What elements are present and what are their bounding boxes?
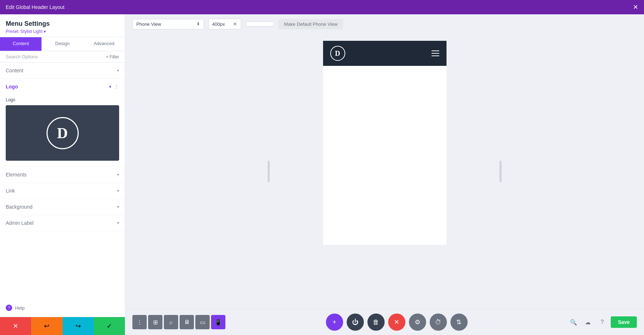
logo-preview: D <box>6 105 119 161</box>
tab-content[interactable]: Content <box>0 37 42 51</box>
panel-bottom-bar: ✕ ↩ ↪ ✓ <box>0 317 125 335</box>
section-link: Link ▾ <box>0 183 125 199</box>
search-button[interactable]: ⌕ <box>164 315 178 329</box>
panel-title: Menu Settings <box>6 20 119 28</box>
help-icon: ? <box>6 305 12 311</box>
phone-logo-letter: D <box>335 49 340 58</box>
chevron-down-icon-2: ▾ <box>117 172 119 177</box>
section-admin-label-header[interactable]: Admin Label ▾ <box>0 215 125 231</box>
search-bar: Search Options + Filter <box>0 51 125 63</box>
filter-button[interactable]: + Filter <box>106 54 119 59</box>
canvas-area: D <box>125 34 644 309</box>
phone-body <box>323 66 447 245</box>
search-right-icon[interactable]: 🔍 <box>568 316 579 328</box>
view-select-label: Phone View <box>136 21 194 27</box>
bottom-right-tools: 🔍 ☁ ? Save <box>568 316 637 328</box>
chevron-down-icon-4: ▾ <box>117 204 119 209</box>
panel-preset[interactable]: Preset: Stylist Light <box>6 29 119 34</box>
section-background-title: Background <box>6 204 33 210</box>
tab-advanced[interactable]: Advanced <box>83 37 125 51</box>
hamburger-line-3 <box>431 55 439 56</box>
close-button[interactable]: ✕ <box>633 3 638 11</box>
desktop-view-button[interactable]: 🖥 <box>180 315 194 329</box>
bottom-center-tools: + ⏻ 🗑 ✕ ⚙ ⏱ ⇅ <box>326 314 468 331</box>
chevron-down-icon-5: ▾ <box>117 220 119 225</box>
history-button[interactable]: ⏱ <box>430 314 447 331</box>
add-button[interactable]: + <box>326 314 343 331</box>
px-value[interactable]: 400px <box>212 21 230 27</box>
content-area: Phone View ⬍ 400px ✕ Make Default Phone … <box>125 14 644 335</box>
hamburger-line-2 <box>431 53 439 54</box>
more-options-icon[interactable]: ⋮ <box>114 84 119 89</box>
tablet-view-button[interactable]: ▭ <box>195 315 210 329</box>
title-bar: Edit Global Header Layout ✕ <box>0 0 644 14</box>
hamburger-line-1 <box>431 50 439 51</box>
help-label: Help <box>15 305 25 311</box>
chevron-up-icon: ▾ <box>109 84 111 89</box>
settings-button[interactable]: ⚙ <box>409 314 426 331</box>
chevron-down-icon-3: ▾ <box>117 188 119 193</box>
tab-design[interactable]: Design <box>42 37 83 51</box>
section-link-title: Link <box>6 188 15 194</box>
layout-button[interactable]: ⊞ <box>148 315 162 329</box>
title-bar-title: Edit Global Header Layout <box>6 4 64 10</box>
resize-handle-right[interactable] <box>499 161 502 182</box>
menu-icon-button[interactable]: ⋮ <box>132 315 147 329</box>
section-background-header[interactable]: Background ▾ <box>0 199 125 215</box>
top-toolbar: Phone View ⬍ 400px ✕ Make Default Phone … <box>125 14 644 34</box>
help-right-icon[interactable]: ? <box>596 316 608 328</box>
section-logo-title: Logo <box>6 84 18 89</box>
extra-input[interactable] <box>245 21 274 26</box>
redo-button[interactable]: ↪ <box>63 317 94 335</box>
power-button[interactable]: ⏻ <box>347 314 364 331</box>
logo-content: Logo D <box>0 94 125 166</box>
confirm-button[interactable]: ✓ <box>94 317 125 335</box>
help-button[interactable]: ? Help <box>0 299 125 317</box>
chevron-down-icon: ▾ <box>117 68 119 73</box>
section-admin-label: Admin Label ▾ <box>0 215 125 231</box>
section-content-title: Content <box>6 68 23 73</box>
cloud-icon[interactable]: ☁ <box>582 316 594 328</box>
panel-tabs: Content Design Advanced <box>0 37 125 51</box>
px-input-wrapper: 400px ✕ <box>208 19 241 29</box>
section-content-header[interactable]: Content ▾ <box>0 63 125 78</box>
save-button[interactable]: Save <box>611 316 637 328</box>
search-placeholder: Search Options <box>6 54 103 59</box>
logo-label: Logo <box>6 97 119 102</box>
left-panel: Menu Settings Preset: Stylist Light Cont… <box>0 14 125 335</box>
phone-header: D <box>323 41 447 66</box>
section-link-header[interactable]: Link ▾ <box>0 183 125 199</box>
hamburger-menu[interactable] <box>431 50 439 56</box>
bottom-left-tools: ⋮ ⊞ ⌕ 🖥 ▭ 📱 <box>132 315 225 329</box>
phone-view-button[interactable]: 📱 <box>211 315 225 329</box>
bottom-toolbar: ⋮ ⊞ ⌕ 🖥 ▭ 📱 + ⏻ 🗑 ✕ ⚙ ⏱ ⇅ 🔍 ☁ ? Save <box>125 309 644 335</box>
section-admin-label-title: Admin Label <box>6 220 34 226</box>
panel-header: Menu Settings Preset: Stylist Light <box>0 14 125 37</box>
section-elements: Elements ▾ <box>0 167 125 183</box>
logo-letter: D <box>57 125 68 142</box>
sort-button[interactable]: ⇅ <box>450 314 468 331</box>
main-layout: Menu Settings Preset: Stylist Light Cont… <box>0 14 644 335</box>
logo-circle: D <box>47 117 79 149</box>
section-logo-header[interactable]: Logo ▾ ⋮ <box>0 79 125 94</box>
px-close-icon[interactable]: ✕ <box>233 21 237 27</box>
section-background: Background ▾ <box>0 199 125 215</box>
section-logo-actions: ▾ ⋮ <box>109 84 119 89</box>
section-elements-header[interactable]: Elements ▾ <box>0 167 125 183</box>
section-elements-title: Elements <box>6 172 26 178</box>
cancel-button[interactable]: ✕ <box>0 317 31 335</box>
resize-handle-left[interactable] <box>268 161 270 182</box>
section-content: Content ▾ <box>0 63 125 79</box>
phone-logo: D <box>330 46 345 61</box>
undo-button[interactable]: ↩ <box>31 317 62 335</box>
close-button-center[interactable]: ✕ <box>388 314 405 331</box>
view-select-arrow-icon: ⬍ <box>196 21 200 26</box>
view-select[interactable]: Phone View ⬍ <box>132 19 204 29</box>
trash-button[interactable]: 🗑 <box>367 314 385 331</box>
make-default-button[interactable]: Make Default Phone View <box>278 19 343 29</box>
phone-frame: D <box>323 41 447 245</box>
section-logo: Logo ▾ ⋮ Logo D <box>0 79 125 167</box>
